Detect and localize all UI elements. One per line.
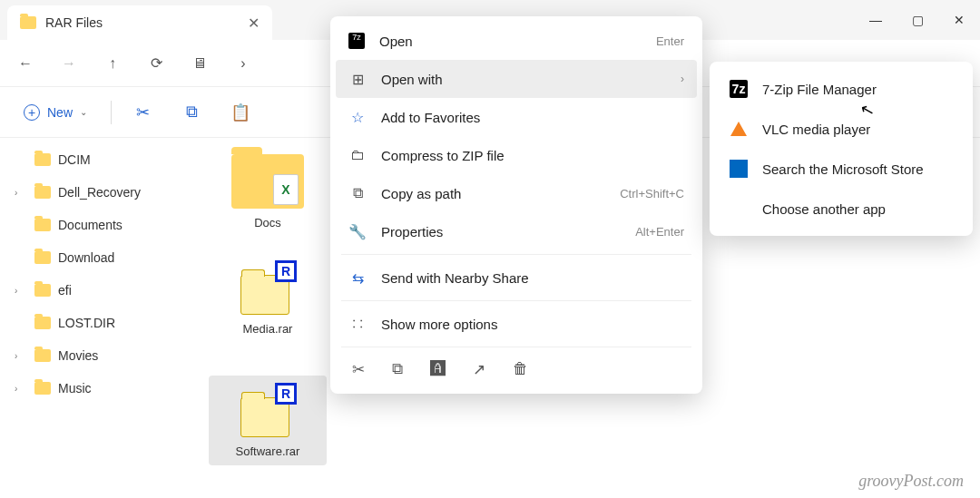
tree-item[interactable]: ›Music: [0, 372, 191, 405]
menu-copy-path[interactable]: ⧉ Copy as path Ctrl+Shift+C: [336, 174, 697, 212]
cut-icon[interactable]: ✂: [124, 103, 161, 122]
submenu-7zip[interactable]: 7z 7-Zip File Manager: [717, 69, 965, 109]
folder-icon: [34, 251, 51, 264]
tree-item[interactable]: ›LOST.DIR: [0, 307, 191, 339]
wrench-icon: 🔧: [348, 223, 367, 240]
submenu-ms-store[interactable]: Search the Microsoft Store: [717, 149, 965, 189]
tree-item[interactable]: ›Movies: [0, 339, 191, 372]
grid-item-rar[interactable]: R Media.rar: [209, 253, 327, 343]
folder-icon: [20, 16, 36, 29]
back-button[interactable]: ←: [16, 55, 34, 72]
submenu-choose-app[interactable]: Choose another app: [717, 189, 965, 229]
close-button[interactable]: ✕: [938, 0, 980, 40]
menu-nearby-share[interactable]: ⇆ Send with Nearby Share: [336, 259, 697, 297]
menu-separator: [341, 254, 691, 255]
7z-icon: 7z: [348, 33, 365, 49]
forward-button[interactable]: →: [60, 55, 78, 72]
tree-item[interactable]: ›Documents: [0, 209, 191, 241]
tree-item[interactable]: ›Download: [0, 241, 191, 274]
menu-compress-zip[interactable]: 🗀 Compress to ZIP file: [336, 136, 697, 174]
open-with-submenu: 7z 7-Zip File Manager VLC media player S…: [710, 62, 973, 236]
breadcrumb-chevron-icon[interactable]: ›: [234, 55, 252, 72]
rar-icon: R: [240, 383, 295, 437]
zip-icon: 🗀: [348, 147, 367, 163]
menu-separator: [341, 300, 691, 301]
tree-item[interactable]: ›Dell_Recovery: [0, 176, 191, 209]
delete-icon[interactable]: 🗑: [513, 360, 528, 379]
folder-icon: [34, 317, 51, 329]
folder-icon: [34, 284, 51, 297]
grid-item-folder[interactable]: X Docs: [209, 147, 327, 237]
grid-item-rar-selected[interactable]: R Software.rar: [209, 376, 327, 465]
cut-icon[interactable]: ✂: [352, 360, 365, 379]
menu-icon-row: ✂ ⧉ 🅰 ↗ 🗑: [336, 351, 697, 388]
copy-icon[interactable]: ⧉: [173, 103, 210, 122]
store-icon: [730, 160, 748, 178]
open-with-icon: ⊞: [348, 71, 367, 88]
menu-properties[interactable]: 🔧 Properties Alt+Enter: [336, 212, 697, 250]
folder-icon: [34, 153, 51, 166]
nearby-icon: ⇆: [348, 269, 367, 287]
folder-icon: [34, 349, 51, 362]
plus-icon: +: [24, 104, 40, 121]
star-icon: ☆: [348, 109, 367, 126]
menu-separator: [341, 347, 691, 347]
more-icon: ⸬: [348, 316, 367, 332]
window-controls: — ▢ ✕: [855, 0, 980, 40]
paste-icon[interactable]: 📋: [222, 103, 259, 122]
rename-icon[interactable]: 🅰: [430, 360, 446, 379]
7zip-icon: 7z: [730, 80, 748, 98]
folder-icon: [34, 382, 51, 395]
vlc-icon: [730, 120, 748, 138]
tab-rar-files[interactable]: RAR Files ✕: [7, 5, 272, 40]
submenu-vlc[interactable]: VLC media player: [717, 109, 965, 149]
blank-icon: [730, 200, 748, 218]
folder-icon: X: [231, 154, 304, 209]
maximize-button[interactable]: ▢: [897, 0, 938, 40]
refresh-button[interactable]: ⟳: [147, 54, 165, 72]
this-pc-icon[interactable]: 🖥: [191, 55, 209, 72]
menu-favorites[interactable]: ☆ Add to Favorites: [336, 98, 697, 136]
copy-path-icon: ⧉: [348, 185, 367, 201]
rar-icon: R: [240, 260, 295, 315]
tab-title: RAR Files: [45, 15, 103, 30]
new-button[interactable]: + New ⌄: [13, 99, 98, 126]
new-label: New: [47, 105, 73, 120]
menu-open[interactable]: 7z Open Enter: [336, 22, 697, 60]
menu-open-with[interactable]: ⊞ Open with ›: [336, 60, 697, 98]
chevron-right-icon: ›: [681, 73, 684, 85]
minimize-button[interactable]: —: [855, 0, 897, 40]
tree-item[interactable]: ›efi: [0, 274, 191, 307]
menu-more-options[interactable]: ⸬ Show more options: [336, 305, 697, 343]
separator: [111, 101, 112, 124]
folder-icon: [34, 186, 51, 199]
close-tab-icon[interactable]: ✕: [248, 15, 260, 32]
folder-icon: [34, 219, 51, 231]
excel-doc-icon: X: [273, 174, 299, 205]
up-button[interactable]: ↑: [103, 55, 122, 72]
watermark: groovyPost.com: [858, 472, 964, 491]
tree-item[interactable]: ›DCIM: [0, 143, 191, 176]
share-icon[interactable]: ↗: [473, 360, 485, 379]
chevron-down-icon: ⌄: [80, 107, 87, 117]
folder-tree[interactable]: ›DCIM ›Dell_Recovery ›Documents ›Downloa…: [0, 138, 191, 498]
context-menu: 7z Open Enter ⊞ Open with › ☆ Add to Fav…: [330, 16, 702, 394]
copy-icon[interactable]: ⧉: [392, 360, 403, 379]
